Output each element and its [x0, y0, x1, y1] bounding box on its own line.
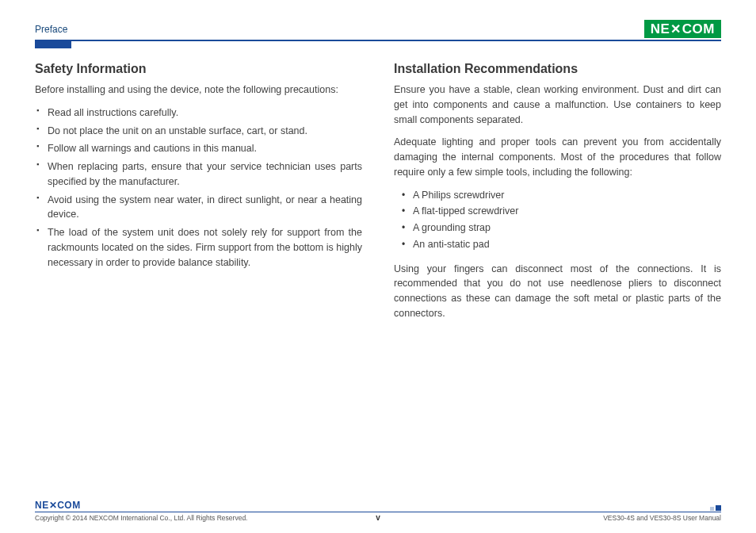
- header-rule: [35, 40, 721, 41]
- list-item: A grounding strap: [394, 220, 721, 236]
- list-item: A Philips screwdriver: [394, 188, 721, 203]
- logo-x-icon: ✕: [670, 23, 682, 36]
- safety-list: Read all instructions carefully. Do not …: [35, 105, 362, 270]
- list-item: A flat-tipped screwdriver: [394, 204, 721, 219]
- page-number: v: [376, 513, 380, 522]
- list-item: Read all instructions carefully.: [35, 105, 362, 121]
- footer-square-icon: [710, 507, 714, 511]
- brand-logo: NE ✕ COM: [644, 20, 721, 38]
- safety-intro: Before installing and using the device, …: [35, 82, 362, 98]
- header-tab-accent: [35, 41, 71, 48]
- footer-logo-left: NE: [35, 500, 49, 511]
- footer-logo-x-icon: ✕: [49, 500, 58, 511]
- list-item: Follow all warnings and cautions in this…: [35, 141, 362, 156]
- doc-ref-text: VES30-4S and VES30-8S User Manual: [603, 514, 721, 522]
- install-para-3: Using your fingers can disconnect most o…: [394, 262, 721, 321]
- install-para-1: Ensure you have a stable, clean working …: [394, 82, 721, 127]
- page-header: Preface NE ✕ COM: [0, 0, 756, 38]
- logo-right: COM: [682, 22, 715, 36]
- list-item: Do not place the unit on an unstable sur…: [35, 124, 362, 139]
- left-column: Safety Information Before installing and…: [35, 62, 362, 329]
- content-area: Safety Information Before installing and…: [0, 41, 756, 329]
- tools-list: A Philips screwdriver A flat-tipped scre…: [394, 188, 721, 252]
- list-item: Avoid using the system near water, in di…: [35, 193, 362, 223]
- footer-square-icon: [716, 505, 721, 511]
- list-item: The load of the system unit does not sol…: [35, 225, 362, 270]
- footer-logo-row: NE✕COM: [35, 500, 721, 511]
- right-column: Installation Recommendations Ensure you …: [394, 62, 721, 329]
- logo-left: NE: [651, 22, 670, 36]
- copyright-text: Copyright © 2014 NEXCOM International Co…: [35, 514, 247, 522]
- footer-logo-right: COM: [57, 500, 81, 511]
- footer-rule: [35, 512, 721, 513]
- safety-heading: Safety Information: [35, 62, 362, 76]
- install-heading: Installation Recommendations: [394, 62, 721, 76]
- list-item: When replacing parts, ensure that your s…: [35, 159, 362, 190]
- footer-marks: [710, 505, 721, 511]
- list-item: An anti-static pad: [394, 237, 721, 252]
- install-para-2: Adequate lighting and proper tools can p…: [394, 135, 721, 179]
- section-label: Preface: [35, 24, 67, 38]
- footer-brand-logo: NE✕COM: [35, 500, 81, 511]
